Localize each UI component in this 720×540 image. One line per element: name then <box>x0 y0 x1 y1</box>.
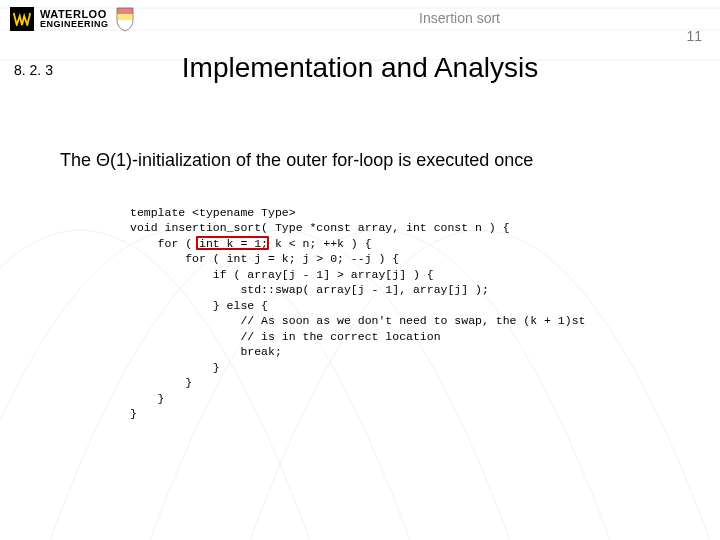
code-line: } else { <box>130 299 268 312</box>
sentence: The Θ(1)-initialization of the outer for… <box>60 150 680 171</box>
code-line: break; <box>130 345 282 358</box>
code-line: void insertion_sort( Type *const array, … <box>130 221 510 234</box>
logo-text: WATERLOO ENGINEERING <box>40 10 109 28</box>
sentence-rest: -initialization of the outer for-loop is… <box>132 150 533 170</box>
slide-topic: Insertion sort <box>419 10 500 26</box>
waterloo-w-icon <box>10 7 34 31</box>
slide-title: Implementation and Analysis <box>0 52 720 84</box>
code-line: if ( array[j - 1] > array[j] ) { <box>130 268 434 281</box>
code-line: template <typename Type> <box>130 206 296 219</box>
code-line: // As soon as we don't need to swap, the… <box>130 314 585 327</box>
code-line: } <box>130 407 137 420</box>
code-line: } <box>130 392 165 405</box>
slide: WATERLOO ENGINEERING Insertion sort 11 8… <box>0 0 720 540</box>
logo-line2: ENGINEERING <box>40 20 109 28</box>
sentence-prefix: The <box>60 150 96 170</box>
code-line: for ( int j = k; j > 0; --j ) { <box>130 252 399 265</box>
code-line: for ( int k = 1; k < n; ++k ) { <box>130 237 372 250</box>
page-number: 11 <box>686 28 702 44</box>
theta-arg: (1) <box>110 150 132 170</box>
code-line: } <box>130 376 192 389</box>
shield-icon <box>115 6 135 32</box>
code-line: } <box>130 361 220 374</box>
slide-body: The Θ(1)-initialization of the outer for… <box>60 150 680 453</box>
code-line: // is in the correct location <box>130 330 441 343</box>
theta-symbol: Θ <box>96 150 110 170</box>
code-line: std::swap( array[j - 1], array[j] ); <box>130 283 489 296</box>
logo-block: WATERLOO ENGINEERING <box>10 6 135 32</box>
code-block: template <typename Type> void insertion_… <box>130 189 680 453</box>
